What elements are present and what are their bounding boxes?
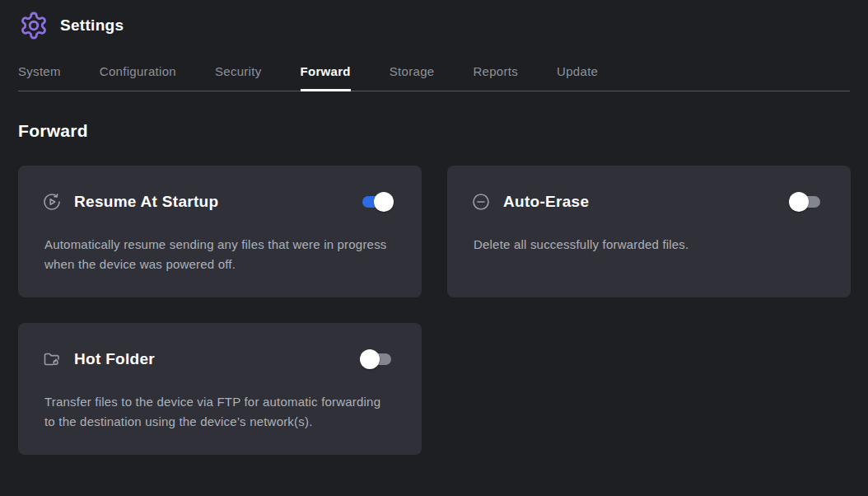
tab-bar: System Configuration Security Forward St… (18, 61, 850, 91)
card-description: Transfer files to the device via FTP for… (44, 392, 394, 432)
settings-page: Settings System Configuration Security F… (0, 0, 868, 455)
hot-folder-icon (41, 349, 63, 370)
card-resume-at-startup: Resume At Startup Automatically resume s… (18, 166, 422, 297)
app-header: Settings (18, 0, 850, 38)
card-title: Auto-Erase (503, 193, 589, 211)
toggle-knob (789, 192, 809, 212)
settings-gear-icon (18, 10, 49, 41)
tab-storage[interactable]: Storage (390, 61, 435, 91)
resume-at-startup-toggle[interactable] (360, 192, 394, 212)
tab-system[interactable]: System (18, 61, 61, 91)
tab-configuration[interactable]: Configuration (100, 61, 176, 91)
card-head: Hot Folder (41, 346, 394, 372)
minus-circle-icon (470, 191, 492, 213)
hot-folder-toggle[interactable] (360, 349, 394, 369)
tab-update[interactable]: Update (557, 61, 598, 91)
tab-forward[interactable]: Forward (301, 61, 351, 91)
card-hot-folder: Hot Folder Transfer files to the device … (18, 323, 422, 455)
card-head: Auto-Erase (470, 189, 823, 215)
card-head: Resume At Startup (41, 189, 394, 215)
app-title: Settings (60, 16, 124, 35)
settings-cards: Resume At Startup Automatically resume s… (18, 166, 850, 455)
card-description: Delete all successfully forwarded files. (474, 235, 823, 255)
section-heading: Forward (18, 121, 850, 141)
toggle-knob (374, 192, 394, 212)
card-title: Resume At Startup (74, 193, 218, 211)
card-auto-erase: Auto-Erase Delete all successfully forwa… (447, 166, 851, 297)
card-title: Hot Folder (74, 350, 155, 368)
auto-erase-toggle[interactable] (789, 192, 823, 212)
tab-security[interactable]: Security (215, 61, 262, 91)
toggle-knob (360, 349, 380, 369)
card-description: Automatically resume sending any files t… (44, 235, 394, 274)
resume-icon (41, 191, 63, 213)
tab-reports[interactable]: Reports (473, 61, 518, 91)
